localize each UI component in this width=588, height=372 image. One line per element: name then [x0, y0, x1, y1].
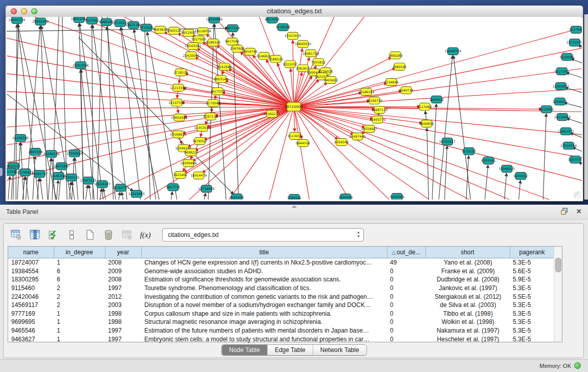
network-node[interactable]: 15493770: [369, 116, 386, 123]
panel-collapse-handle[interactable]: [0, 168, 3, 176]
network-edge[interactable]: [118, 192, 120, 200]
network-edge[interactable]: [294, 106, 310, 200]
network-node[interactable]: 7515526: [139, 24, 154, 31]
network-node[interactable]: 8933141: [481, 157, 495, 164]
network-edge[interactable]: [427, 128, 429, 200]
column-header-short[interactable]: short: [425, 247, 510, 258]
table-options-button[interactable]: [9, 228, 24, 242]
splitter-handle[interactable]: [292, 205, 297, 208]
column-header-pagerank[interactable]: pagerank: [510, 247, 554, 258]
column-header-out_de[interactable]: △out_de...: [387, 247, 425, 258]
network-edge[interactable]: [103, 189, 107, 200]
network-node[interactable]: 1049734: [399, 86, 413, 94]
network-node[interactable]: 16648794: [445, 48, 461, 55]
network-edge[interactable]: [7, 73, 294, 106]
network-node[interactable]: 8813054: [265, 17, 279, 23]
network-edge[interactable]: [543, 114, 547, 200]
network-node[interactable]: 9115460: [418, 103, 432, 110]
column-header-title[interactable]: title: [141, 247, 387, 258]
network-node[interactable]: 5678312: [192, 138, 207, 145]
table-row[interactable]: 946362711997Embryonic stem cells: a mode…: [8, 335, 554, 343]
show-selected-rows-button[interactable]: [46, 228, 61, 242]
table-row[interactable]: 2242004622012Investigating the contribut…: [8, 292, 554, 301]
float-panel-icon[interactable]: [560, 207, 569, 215]
network-node[interactable]: 22420046: [183, 52, 199, 59]
network-edge[interactable]: [571, 59, 582, 64]
network-node[interactable]: 7857224: [226, 25, 240, 32]
row-mode-button[interactable]: [64, 228, 79, 242]
network-edge[interactable]: [48, 159, 51, 200]
network-edge[interactable]: [170, 192, 172, 200]
table-scrollbar[interactable]: [554, 247, 562, 342]
network-edge[interactable]: [453, 56, 471, 200]
network-node[interactable]: 1513455: [288, 133, 302, 140]
network-node[interactable]: 15751074: [567, 39, 582, 46]
resize-grip-icon[interactable]: [574, 191, 581, 199]
network-node[interactable]: 1891504: [28, 148, 42, 156]
network-edge[interactable]: [122, 192, 125, 200]
network-node[interactable]: 9844556: [296, 140, 310, 147]
network-edge[interactable]: [566, 73, 582, 78]
network-node[interactable]: 16791917: [439, 138, 455, 145]
network-node[interactable]: 18640910: [295, 40, 311, 48]
function-builder-button[interactable]: f(x): [138, 228, 153, 242]
network-edge[interactable]: [432, 104, 437, 200]
network-node[interactable]: 9498222: [184, 149, 198, 156]
network-edge[interactable]: [294, 49, 302, 106]
network-node[interactable]: 8427552: [210, 87, 225, 95]
network-edge[interactable]: [62, 17, 67, 200]
table-row[interactable]: 1938455462009Genome-wide association stu…: [8, 267, 554, 276]
network-node[interactable]: 10946425: [498, 165, 515, 172]
network-node[interactable]: 6966160: [99, 18, 114, 26]
table-row[interactable]: 1872400712008Changes of HCN gene express…: [8, 258, 554, 267]
network-node[interactable]: 10975887: [53, 163, 70, 170]
network-node[interactable]: 7955812: [311, 58, 325, 65]
network-node[interactable]: 7663822: [153, 26, 167, 33]
network-node[interactable]: 1588520: [269, 55, 283, 62]
network-edge[interactable]: [228, 106, 294, 200]
network-node[interactable]: 8912955: [181, 29, 195, 36]
network-edge[interactable]: [40, 179, 43, 200]
network-node[interactable]: 9327503: [191, 36, 206, 43]
network-node[interactable]: 1084562: [287, 194, 301, 200]
network-edge[interactable]: [294, 106, 353, 134]
window-titlebar[interactable]: citations_edges.txt: [6, 6, 583, 17]
network-edge[interactable]: [518, 181, 520, 200]
network-node[interactable]: 14055724: [9, 17, 25, 24]
network-node[interactable]: 11546194: [358, 88, 374, 95]
network-node[interactable]: 16914479: [190, 172, 207, 179]
create-column-button[interactable]: [82, 228, 98, 242]
column-header-name[interactable]: name: [8, 247, 54, 258]
network-node[interactable]: 7625402: [173, 171, 187, 179]
network-node[interactable]: 9356546: [334, 139, 349, 146]
network-node[interactable]: 7489542: [393, 63, 407, 70]
tab-edge-table[interactable]: Edge Table: [268, 345, 313, 355]
network-node[interactable]: 9129946: [560, 53, 574, 60]
network-node[interactable]: 15718485: [198, 185, 214, 192]
network-node[interactable]: 9227343: [555, 68, 569, 75]
network-node[interactable]: 9560123: [167, 27, 181, 34]
network-node[interactable]: 16782753: [113, 184, 129, 191]
network-edge[interactable]: [89, 185, 92, 200]
network-node[interactable]: 16033809: [206, 17, 222, 23]
network-node[interactable]: 8267130: [203, 113, 217, 120]
network-node[interactable]: 9427546: [225, 38, 239, 45]
table-row[interactable]: 969969511998Structural magnetic resonanc…: [8, 318, 554, 326]
network-node[interactable]: 9245012: [514, 172, 528, 180]
network-node[interactable]: 2367608: [230, 45, 245, 52]
network-node[interactable]: 8322037: [283, 60, 297, 68]
network-node[interactable]: 9133107: [462, 148, 476, 155]
network-edge[interactable]: [121, 28, 161, 200]
network-edge[interactable]: [32, 157, 35, 200]
network-edge[interactable]: [565, 87, 582, 93]
network-node[interactable]: 2803144: [213, 75, 228, 82]
network-edge[interactable]: [294, 27, 582, 106]
network-select[interactable]: citations_edges.txt ▲▼: [162, 228, 364, 242]
network-node[interactable]: 14099486: [180, 160, 197, 167]
network-edge[interactable]: [93, 25, 117, 200]
tab-network-table[interactable]: Network Table: [313, 345, 366, 355]
network-node[interactable]: 9242848: [217, 63, 231, 70]
network-node[interactable]: 7493402: [323, 76, 338, 83]
network-edge[interactable]: [564, 103, 582, 108]
network-node[interactable]: 13325419: [285, 32, 301, 39]
